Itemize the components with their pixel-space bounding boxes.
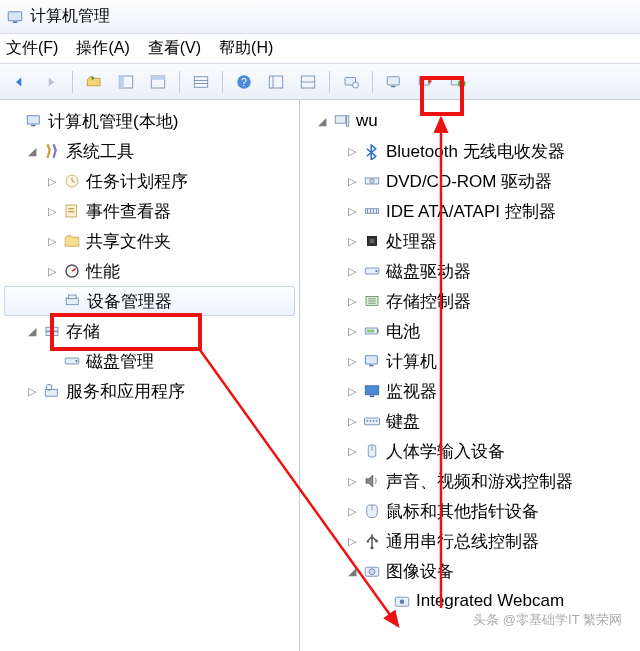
- pane2-button[interactable]: [145, 69, 171, 95]
- up-button[interactable]: [81, 69, 107, 95]
- node-storage-ctrl[interactable]: ▷存储控制器: [300, 286, 640, 316]
- expander-closed-icon[interactable]: ▷: [344, 445, 360, 458]
- expander-open-icon[interactable]: ◢: [344, 565, 360, 578]
- hid-icon: [362, 441, 382, 461]
- app-icon: [6, 8, 24, 26]
- node-task-scheduler[interactable]: ▷ 任务计划程序: [4, 166, 299, 196]
- toolbar-sep: [372, 71, 373, 93]
- node-label: 任务计划程序: [86, 170, 188, 193]
- node-label: 人体学输入设备: [386, 440, 505, 463]
- menu-help[interactable]: 帮助(H): [219, 38, 273, 59]
- expander-closed-icon[interactable]: ▷: [344, 505, 360, 518]
- enable-button[interactable]: [445, 69, 471, 95]
- expander-closed-icon[interactable]: ▷: [344, 475, 360, 488]
- svg-point-68: [375, 540, 378, 543]
- node-keyboard[interactable]: ▷键盘: [300, 406, 640, 436]
- storage-ctrl-icon: [362, 291, 382, 311]
- menu-view[interactable]: 查看(V): [148, 38, 201, 59]
- toolbar-sep: [329, 71, 330, 93]
- svg-point-66: [371, 546, 374, 549]
- monitor-button[interactable]: [381, 69, 407, 95]
- svg-rect-23: [31, 125, 36, 127]
- node-disk-mgmt[interactable]: 磁盘管理: [4, 346, 299, 376]
- expander-closed-icon[interactable]: ▷: [344, 325, 360, 338]
- node-label: 监视器: [386, 380, 437, 403]
- prop2-button[interactable]: [295, 69, 321, 95]
- node-root[interactable]: 计算机管理(本地): [4, 106, 299, 136]
- node-dvd[interactable]: ▷DVD/CD-ROM 驱动器: [300, 166, 640, 196]
- prop1-button[interactable]: [263, 69, 289, 95]
- expander-open-icon[interactable]: ◢: [314, 115, 330, 128]
- folder-share-icon: [62, 231, 82, 251]
- node-cpu[interactable]: ▷处理器: [300, 226, 640, 256]
- back-button[interactable]: [6, 69, 32, 95]
- node-imaging[interactable]: ◢图像设备: [300, 556, 640, 586]
- cpu-icon: [362, 231, 382, 251]
- expander-open-icon[interactable]: ◢: [24, 325, 40, 338]
- expander-closed-icon[interactable]: ▷: [344, 235, 360, 248]
- perf-icon: [62, 261, 82, 281]
- pane1-button[interactable]: [113, 69, 139, 95]
- list-button[interactable]: [188, 69, 214, 95]
- device-button[interactable]: [338, 69, 364, 95]
- node-computer[interactable]: ◢ wu: [300, 106, 640, 136]
- node-performance[interactable]: ▷ 性能: [4, 256, 299, 286]
- menu-file[interactable]: 文件(F): [6, 38, 58, 59]
- node-storage[interactable]: ◢ 存储: [4, 316, 299, 346]
- menu-action[interactable]: 操作(A): [76, 38, 129, 59]
- node-label: 系统工具: [66, 140, 134, 163]
- expander-closed-icon[interactable]: ▷: [344, 385, 360, 398]
- expander-closed-icon[interactable]: ▷: [344, 265, 360, 278]
- expander-closed-icon[interactable]: ▷: [44, 265, 60, 278]
- keyboard-icon: [362, 411, 382, 431]
- forward-button[interactable]: [38, 69, 64, 95]
- expander-closed-icon[interactable]: ▷: [344, 355, 360, 368]
- svg-rect-52: [377, 330, 379, 333]
- svg-rect-67: [367, 540, 369, 542]
- expander-closed-icon[interactable]: ▷: [344, 535, 360, 548]
- node-ide[interactable]: ▷IDE ATA/ATAPI 控制器: [300, 196, 640, 226]
- disk-icon: [62, 351, 82, 371]
- node-usb[interactable]: ▷通用串行总线控制器: [300, 526, 640, 556]
- node-computer-cat[interactable]: ▷计算机: [300, 346, 640, 376]
- node-mouse[interactable]: ▷鼠标和其他指针设备: [300, 496, 640, 526]
- help-button[interactable]: ?: [231, 69, 257, 95]
- svg-rect-53: [367, 330, 375, 333]
- svg-rect-60: [370, 420, 372, 422]
- right-pane: ◢ wu ▷Bluetooth 无线电收发器 ▷DVD/CD-ROM 驱动器 ▷…: [300, 100, 640, 651]
- hdd-icon: [362, 261, 382, 281]
- node-hid[interactable]: ▷人体学输入设备: [300, 436, 640, 466]
- computer-icon: [362, 351, 382, 371]
- svg-rect-54: [365, 356, 377, 364]
- node-disk-drives[interactable]: ▷磁盘驱动器: [300, 256, 640, 286]
- node-shared-folders[interactable]: ▷ 共享文件夹: [4, 226, 299, 256]
- node-label: 处理器: [386, 230, 437, 253]
- expander-closed-icon[interactable]: ▷: [44, 175, 60, 188]
- node-system-tools[interactable]: ◢ 系统工具: [4, 136, 299, 166]
- svg-rect-55: [369, 365, 374, 367]
- expander-closed-icon[interactable]: ▷: [344, 205, 360, 218]
- svg-rect-32: [46, 332, 58, 336]
- node-device-manager[interactable]: 设备管理器: [4, 286, 295, 316]
- node-event-viewer[interactable]: ▷ 事件查看器: [4, 196, 299, 226]
- node-webcam[interactable]: Integrated Webcam: [300, 586, 640, 616]
- svg-rect-38: [347, 116, 349, 127]
- svg-rect-56: [365, 386, 379, 395]
- expander-closed-icon[interactable]: ▷: [344, 145, 360, 158]
- expander-closed-icon[interactable]: ▷: [24, 385, 40, 398]
- node-monitor[interactable]: ▷监视器: [300, 376, 640, 406]
- expander-closed-icon[interactable]: ▷: [44, 205, 60, 218]
- expander-closed-icon[interactable]: ▷: [344, 175, 360, 188]
- node-battery[interactable]: ▷电池: [300, 316, 640, 346]
- scan-button[interactable]: [413, 69, 439, 95]
- node-audio[interactable]: ▷声音、视频和游戏控制器: [300, 466, 640, 496]
- expander-closed-icon[interactable]: ▷: [344, 295, 360, 308]
- expander-closed-icon[interactable]: ▷: [344, 415, 360, 428]
- node-label: 设备管理器: [87, 290, 172, 313]
- node-bluetooth[interactable]: ▷Bluetooth 无线电收发器: [300, 136, 640, 166]
- expander-closed-icon[interactable]: ▷: [44, 235, 60, 248]
- svg-rect-1: [13, 21, 18, 23]
- expander-open-icon[interactable]: ◢: [24, 145, 40, 158]
- computer-mgmt-icon: [24, 111, 44, 131]
- node-services[interactable]: ▷ 服务和应用程序: [4, 376, 299, 406]
